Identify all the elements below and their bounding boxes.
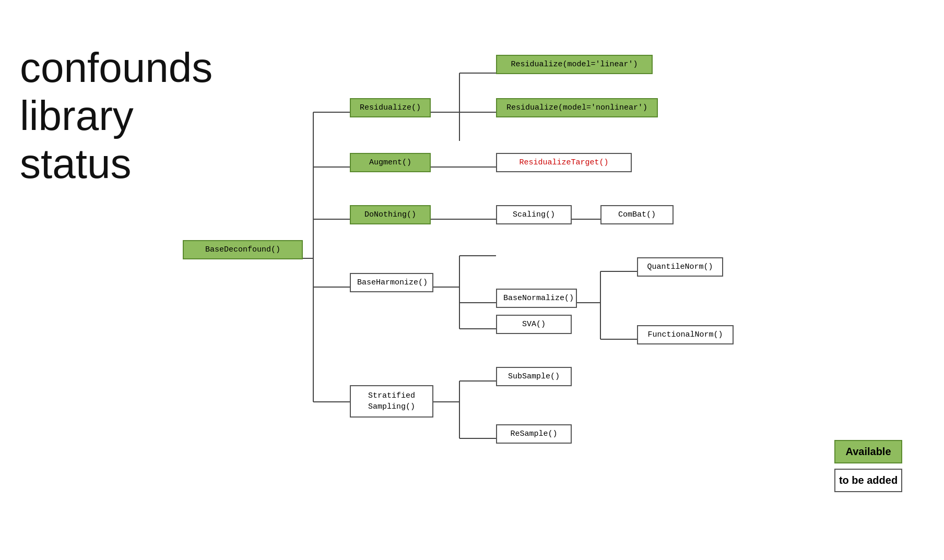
legend: Available to be added bbox=[834, 440, 902, 497]
tree-diagram: BaseDeconfound() Residualize() Augment()… bbox=[151, 21, 924, 532]
node-basedeconfound: BaseDeconfound() bbox=[183, 240, 303, 259]
legend-tobe: to be added bbox=[834, 469, 902, 492]
legend-available: Available bbox=[834, 440, 902, 463]
legend-tobe-box: to be added bbox=[834, 469, 902, 492]
node-combat: ComBat() bbox=[600, 205, 674, 224]
node-scaling: Scaling() bbox=[496, 205, 572, 224]
legend-available-box: Available bbox=[834, 440, 902, 463]
node-sva: SVA() bbox=[496, 315, 572, 334]
node-baseharmonize: BaseHarmonize() bbox=[350, 273, 433, 292]
tree-lines bbox=[151, 21, 924, 532]
node-residualizetarget: ResidualizeTarget() bbox=[496, 153, 632, 172]
node-augment: Augment() bbox=[350, 153, 431, 172]
node-residualize-linear: Residualize(model='linear') bbox=[496, 55, 653, 74]
node-quantilenorm: QuantileNorm() bbox=[637, 257, 723, 277]
node-residualize-nonlinear: Residualize(model='nonlinear') bbox=[496, 98, 658, 117]
node-functionalnorm: FunctionalNorm() bbox=[637, 325, 734, 344]
node-donothing: DoNothing() bbox=[350, 205, 431, 224]
node-stratifiedsampling: Stratified Sampling() bbox=[350, 385, 433, 418]
node-resample: ReSample() bbox=[496, 424, 572, 444]
node-residualize: Residualize() bbox=[350, 98, 431, 117]
node-basenormalize: BaseNormalize() bbox=[496, 289, 577, 308]
node-subsample: SubSample() bbox=[496, 367, 572, 386]
